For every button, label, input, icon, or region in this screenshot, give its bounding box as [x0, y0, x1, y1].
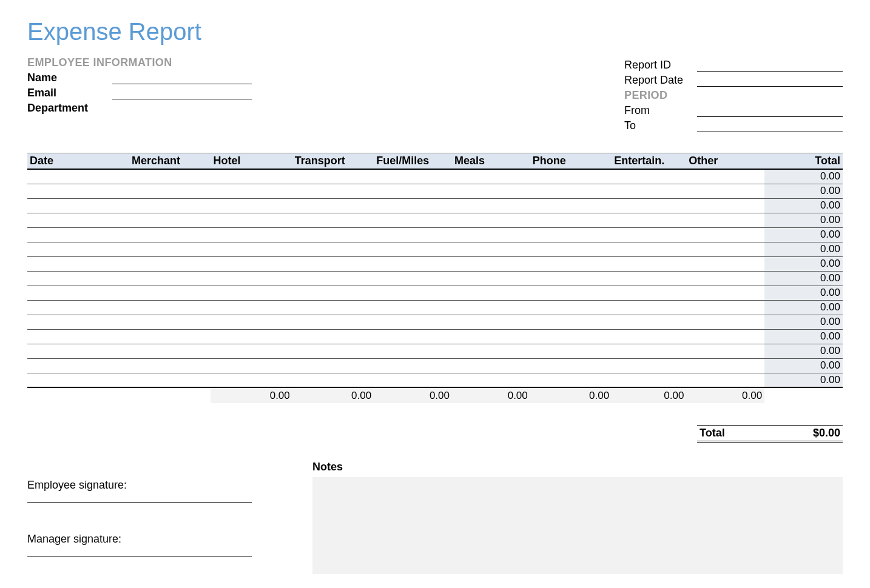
cell[interactable]	[374, 271, 452, 286]
cell[interactable]	[27, 358, 129, 373]
cell[interactable]	[374, 184, 452, 198]
cell[interactable]	[27, 286, 129, 300]
cell[interactable]	[612, 184, 686, 198]
cell[interactable]	[211, 169, 292, 184]
cell[interactable]	[686, 300, 764, 315]
cell[interactable]	[612, 358, 686, 373]
cell[interactable]	[129, 286, 211, 300]
cell[interactable]	[27, 315, 129, 329]
cell[interactable]	[612, 256, 686, 271]
employee-signature-line[interactable]	[27, 492, 252, 503]
cell[interactable]	[530, 373, 612, 387]
cell[interactable]	[612, 344, 686, 358]
cell[interactable]	[292, 242, 374, 256]
cell[interactable]	[452, 344, 530, 358]
cell[interactable]	[686, 184, 764, 198]
cell[interactable]	[211, 286, 292, 300]
cell[interactable]	[129, 373, 211, 387]
cell[interactable]	[612, 227, 686, 242]
cell[interactable]	[530, 344, 612, 358]
cell[interactable]	[27, 242, 129, 256]
cell[interactable]	[129, 198, 211, 213]
cell[interactable]	[292, 344, 374, 358]
cell[interactable]	[612, 242, 686, 256]
cell[interactable]	[530, 329, 612, 344]
cell[interactable]	[374, 358, 452, 373]
cell[interactable]	[686, 227, 764, 242]
cell[interactable]	[374, 300, 452, 315]
cell[interactable]	[374, 286, 452, 300]
cell[interactable]	[452, 169, 530, 184]
cell[interactable]	[129, 184, 211, 198]
cell[interactable]	[129, 213, 211, 227]
cell[interactable]	[612, 198, 686, 213]
cell[interactable]	[374, 242, 452, 256]
cell[interactable]	[612, 315, 686, 329]
cell[interactable]	[292, 373, 374, 387]
cell[interactable]	[530, 358, 612, 373]
name-field[interactable]	[112, 72, 252, 84]
cell[interactable]	[27, 256, 129, 271]
cell[interactable]	[292, 271, 374, 286]
cell[interactable]	[452, 329, 530, 344]
cell[interactable]	[530, 271, 612, 286]
cell[interactable]	[211, 271, 292, 286]
cell[interactable]	[686, 286, 764, 300]
cell[interactable]	[211, 256, 292, 271]
cell[interactable]	[374, 329, 452, 344]
cell[interactable]	[612, 213, 686, 227]
cell[interactable]	[27, 329, 129, 344]
cell[interactable]	[374, 256, 452, 271]
cell[interactable]	[452, 300, 530, 315]
report-date-field[interactable]	[697, 75, 843, 87]
cell[interactable]	[452, 271, 530, 286]
cell[interactable]	[686, 198, 764, 213]
cell[interactable]	[452, 184, 530, 198]
cell[interactable]	[211, 358, 292, 373]
cell[interactable]	[612, 271, 686, 286]
cell[interactable]	[292, 329, 374, 344]
cell[interactable]	[374, 169, 452, 184]
cell[interactable]	[686, 169, 764, 184]
cell[interactable]	[452, 213, 530, 227]
cell[interactable]	[211, 315, 292, 329]
cell[interactable]	[292, 358, 374, 373]
cell[interactable]	[612, 169, 686, 184]
cell[interactable]	[211, 373, 292, 387]
cell[interactable]	[686, 373, 764, 387]
cell[interactable]	[686, 315, 764, 329]
cell[interactable]	[452, 198, 530, 213]
notes-box[interactable]	[312, 477, 843, 574]
cell[interactable]	[129, 315, 211, 329]
cell[interactable]	[292, 213, 374, 227]
cell[interactable]	[374, 344, 452, 358]
cell[interactable]	[27, 344, 129, 358]
cell[interactable]	[374, 315, 452, 329]
email-field[interactable]	[112, 87, 252, 99]
from-field[interactable]	[697, 105, 843, 117]
report-id-field[interactable]	[697, 59, 843, 72]
cell[interactable]	[27, 300, 129, 315]
cell[interactable]	[27, 227, 129, 242]
cell[interactable]	[530, 286, 612, 300]
cell[interactable]	[211, 198, 292, 213]
cell[interactable]	[452, 256, 530, 271]
cell[interactable]	[292, 184, 374, 198]
cell[interactable]	[452, 286, 530, 300]
cell[interactable]	[129, 344, 211, 358]
cell[interactable]	[292, 256, 374, 271]
cell[interactable]	[292, 300, 374, 315]
cell[interactable]	[530, 300, 612, 315]
cell[interactable]	[27, 198, 129, 213]
cell[interactable]	[211, 213, 292, 227]
cell[interactable]	[530, 184, 612, 198]
department-field[interactable]	[112, 102, 252, 115]
cell[interactable]	[612, 373, 686, 387]
cell[interactable]	[129, 271, 211, 286]
cell[interactable]	[27, 271, 129, 286]
cell[interactable]	[211, 184, 292, 198]
cell[interactable]	[129, 358, 211, 373]
cell[interactable]	[129, 242, 211, 256]
cell[interactable]	[530, 315, 612, 329]
cell[interactable]	[452, 373, 530, 387]
